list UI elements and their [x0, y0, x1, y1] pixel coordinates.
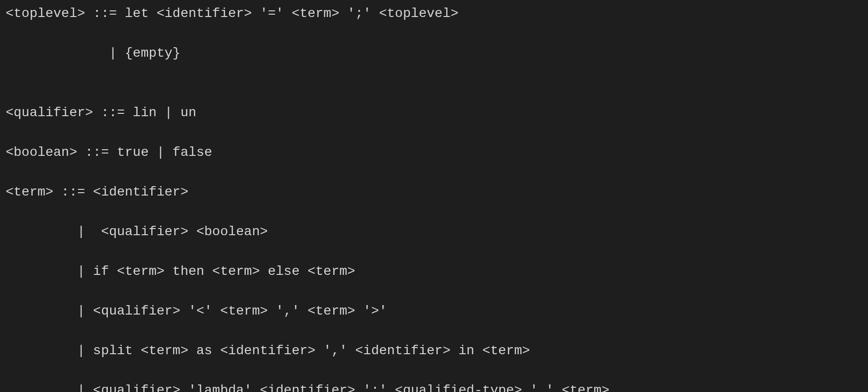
grammar-line: | <qualifier> '<' <term> ',' <term> '>' [6, 301, 862, 321]
grammar-line: | if <term> then <term> else <term> [6, 262, 862, 281]
grammar-line: <term> ::= <identifier> [6, 182, 862, 202]
grammar-line: | <qualifier> <boolean> [6, 222, 862, 242]
grammar-line: <boolean> ::= true | false [6, 143, 862, 162]
grammar-line: | <qualifier> 'lambda' <identifier> ':' … [6, 381, 862, 392]
grammar-line: | {empty} [6, 43, 862, 63]
grammar-line: | split <term> as <identifier> ',' <iden… [6, 341, 862, 361]
grammar-line: <qualifier> ::= lin | un [6, 103, 862, 123]
grammar-block: <toplevel> ::= let <identifier> '=' <ter… [0, 0, 868, 392]
grammar-line: <toplevel> ::= let <identifier> '=' <ter… [6, 4, 862, 24]
